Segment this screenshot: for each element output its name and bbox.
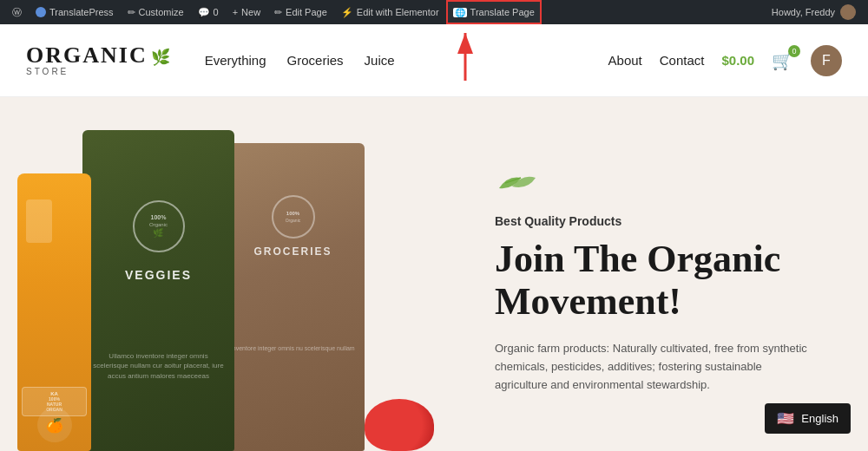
juice-bottom-icon: 🍊 xyxy=(37,408,72,442)
hero-subtitle: Best Quality Products xyxy=(495,214,833,228)
veggies-desc: Ullamco inventore integer omnis sceleris… xyxy=(82,351,234,381)
edit-page-label: Edit Page xyxy=(286,7,327,17)
veggies-name: VEGGIES xyxy=(125,268,192,282)
cart-price[interactable]: $0.00 xyxy=(721,53,754,68)
translatepress-button[interactable]: TranslatePress xyxy=(29,0,121,24)
hero-products: KA 100% NATUR ORGAN 🍊 100% Organic 🌿 VEG… xyxy=(0,97,451,451)
edit-icon: ✏ xyxy=(274,7,282,18)
nav-everything[interactable]: Everything xyxy=(205,53,266,68)
nav-right: About Contact $0.00 🛒 0 F xyxy=(608,45,842,76)
groceries-name: GROCERIES xyxy=(253,245,332,258)
translatepress-icon xyxy=(36,7,46,17)
logo-text: ORGANIC xyxy=(26,44,148,67)
translatepress-label: TranslatePress xyxy=(49,7,114,17)
nav-about[interactable]: About xyxy=(608,53,642,68)
edit-elementor-button[interactable]: ⚡ Edit with Elementor xyxy=(334,0,446,24)
translate-page-button[interactable]: 🌐 Translate Page xyxy=(446,0,542,24)
edit-page-button[interactable]: ✏ Edit Page xyxy=(267,0,334,24)
comment-icon: 💬 xyxy=(198,7,210,18)
language-selector[interactable]: 🇺🇸 English xyxy=(765,403,851,434)
wp-icon: ⓦ xyxy=(12,6,22,19)
site-logo[interactable]: ORGANIC 🌿 STORE xyxy=(26,44,170,76)
groceries-desc: inventore integer omnis nu scelerisque n… xyxy=(224,344,361,353)
comments-button[interactable]: 💬 0 xyxy=(191,0,226,24)
groceries-product: 100% Organic GROCERIES inventore integer… xyxy=(221,143,365,451)
user-avatar[interactable]: F xyxy=(811,45,842,76)
cart-badge: 0 xyxy=(788,45,800,57)
translate-page-label: Translate Page xyxy=(470,7,535,17)
customize-label: Customize xyxy=(139,7,184,17)
user-avatar-small xyxy=(840,4,856,20)
logo-leaf-icon: 🌿 xyxy=(151,48,170,67)
avatar-initial: F xyxy=(822,53,831,69)
customize-icon: ✏ xyxy=(128,7,135,18)
hero-title: Join The Organic Movement! xyxy=(495,239,833,323)
wp-logo-button[interactable]: ⓦ xyxy=(5,0,29,24)
juice-product: KA 100% NATUR ORGAN 🍊 xyxy=(17,173,91,451)
veggies-product: 100% Organic 🌿 VEGGIES Ullamco inventore… xyxy=(82,130,234,451)
language-label: English xyxy=(801,412,838,425)
admin-bar: ⓦ TranslatePress ✏ Customize 💬 0 + New ✏… xyxy=(0,0,868,24)
strawberries-decoration xyxy=(365,399,434,451)
howdy-text: Howdy, Freddy xyxy=(772,7,835,17)
main-nav: ORGANIC 🌿 STORE Everything Groceries Jui… xyxy=(0,24,868,97)
new-button[interactable]: + New xyxy=(226,0,267,24)
logo-sub: STORE xyxy=(26,67,170,76)
elementor-icon: ⚡ xyxy=(341,7,353,18)
hero-description: Organic farm products: Naturally cultiva… xyxy=(495,340,807,394)
nav-juice[interactable]: Juice xyxy=(365,53,395,68)
new-label: New xyxy=(241,7,260,17)
flag-icon: 🇺🇸 xyxy=(777,410,794,427)
primary-nav: Everything Groceries Juice xyxy=(205,53,395,68)
leaf-decoration-icon xyxy=(495,171,833,200)
comments-count: 0 xyxy=(214,7,219,17)
hero-section: KA 100% NATUR ORGAN 🍊 100% Organic 🌿 VEG… xyxy=(0,97,868,451)
translate-icon: 🌐 xyxy=(453,8,467,17)
plus-icon: + xyxy=(233,7,238,17)
nav-groceries[interactable]: Groceries xyxy=(287,53,344,68)
admin-user: Howdy, Freddy xyxy=(765,4,863,20)
hero-content: Best Quality Products Join The Organic M… xyxy=(451,97,868,451)
nav-contact[interactable]: Contact xyxy=(660,53,705,68)
customize-button[interactable]: ✏ Customize xyxy=(121,0,191,24)
cart-button[interactable]: 🛒 0 xyxy=(772,50,793,71)
groceries-badge: 100% Organic xyxy=(272,195,315,239)
edit-elementor-label: Edit with Elementor xyxy=(357,7,439,17)
veggies-badge: 100% Organic 🌿 xyxy=(133,200,185,252)
